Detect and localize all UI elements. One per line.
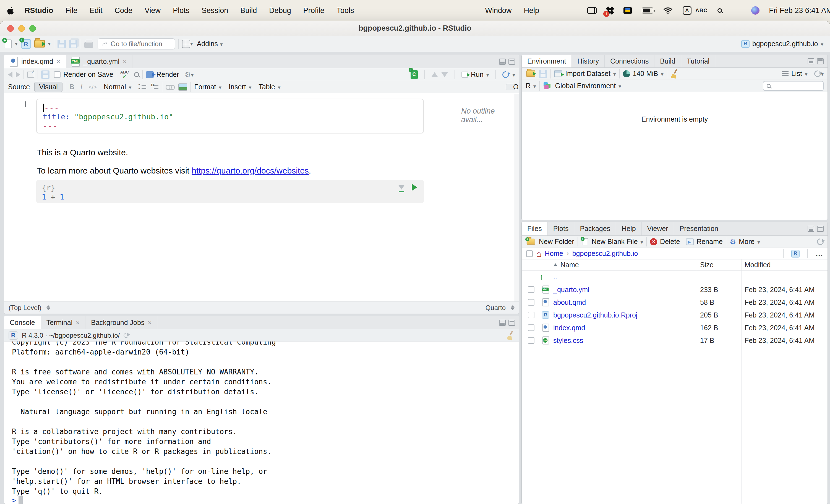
- dropbox-icon[interactable]: 1: [607, 7, 613, 14]
- menu-help[interactable]: Help: [524, 6, 539, 15]
- delete-button[interactable]: × Delete: [650, 238, 680, 246]
- save-workspace-icon[interactable]: [539, 70, 547, 78]
- spotlight-icon[interactable]: [717, 8, 722, 13]
- close-tab-icon[interactable]: [123, 58, 127, 66]
- bold-button[interactable]: B: [69, 83, 74, 91]
- new-file-dropdown[interactable]: [15, 41, 18, 46]
- clear-environment-icon[interactable]: [670, 69, 679, 78]
- collapse-chevron-icon[interactable]: [25, 101, 26, 106]
- editor-scrollbar[interactable]: [514, 94, 519, 301]
- file-row[interactable]: YML _quarto.yml 233 B Feb 23, 2024, 6:41…: [522, 283, 828, 296]
- minimize-pane-icon[interactable]: [808, 58, 814, 64]
- menu-view[interactable]: View: [145, 6, 161, 15]
- open-file-button[interactable]: [34, 40, 45, 47]
- file-row[interactable]: css styles.css 17 B Feb 23, 2024, 6:41 A…: [522, 334, 828, 347]
- visual-mode-button[interactable]: Visual: [34, 82, 62, 92]
- bullet-list-icon[interactable]: [138, 84, 147, 90]
- r-code-chunk[interactable]: {r} 1 + 1: [36, 180, 424, 203]
- tab-terminal[interactable]: Terminal: [41, 316, 86, 329]
- session-restart-icon[interactable]: [123, 332, 130, 339]
- menu-edit[interactable]: Edit: [90, 6, 103, 15]
- load-workspace-icon[interactable]: [526, 70, 535, 77]
- rerun-caret[interactable]: [512, 71, 515, 78]
- control-center-icon[interactable]: [732, 6, 741, 14]
- menu-code[interactable]: Code: [115, 6, 133, 15]
- r-version-path[interactable]: R 4.3.0 · ~/bgpopescu2.github.io/: [22, 332, 120, 339]
- menu-rstudio[interactable]: RStudio: [25, 6, 53, 15]
- language-selector[interactable]: R: [525, 82, 536, 90]
- filetype-selector[interactable]: Quarto: [485, 304, 514, 312]
- menu-debug[interactable]: Debug: [269, 6, 291, 15]
- menubar-clock[interactable]: Fri Feb 23 6:41 AM: [769, 6, 830, 15]
- menu-tools[interactable]: Tools: [337, 6, 354, 15]
- battery-icon[interactable]: [642, 7, 653, 13]
- menu-window[interactable]: Window: [485, 6, 511, 15]
- insert-menu[interactable]: Insert: [229, 83, 251, 91]
- file-link[interactable]: index.qmd: [553, 324, 585, 332]
- menu-file[interactable]: File: [65, 6, 77, 15]
- quarto-docs-link[interactable]: https://quarto.org/docs/websites: [192, 166, 309, 175]
- print-button[interactable]: [84, 42, 93, 48]
- source-mode-button[interactable]: Source: [8, 83, 30, 91]
- open-recent-dropdown[interactable]: [48, 41, 51, 46]
- breadcrumb-home-link[interactable]: Home: [545, 249, 563, 258]
- minimize-pane-icon[interactable]: [499, 59, 506, 65]
- tab-build[interactable]: Build: [655, 55, 681, 67]
- file-link[interactable]: about.qmd: [553, 298, 586, 306]
- refresh-files-icon[interactable]: [816, 237, 825, 246]
- file-checkbox[interactable]: [528, 299, 535, 306]
- image-icon[interactable]: [178, 83, 187, 91]
- format-menu[interactable]: Format: [194, 83, 221, 91]
- open-in-new-window-icon[interactable]: [27, 72, 34, 78]
- file-link[interactable]: ..: [553, 273, 557, 281]
- tab-index-qmd[interactable]: index.qmd: [4, 55, 66, 68]
- file-checkbox[interactable]: [528, 337, 535, 344]
- import-dataset-button[interactable]: Import Dataset: [554, 70, 616, 78]
- render-settings-caret[interactable]: [191, 71, 194, 78]
- link-icon[interactable]: [166, 85, 174, 89]
- close-tab-icon[interactable]: [76, 318, 79, 327]
- forward-icon[interactable]: [16, 72, 20, 78]
- memory-usage-button[interactable]: 140 MiB: [623, 70, 664, 78]
- display-icon[interactable]: [587, 7, 597, 14]
- render-on-save-checkbox[interactable]: [54, 71, 61, 78]
- file-checkbox[interactable]: [528, 325, 535, 331]
- environment-search-box[interactable]: [763, 81, 824, 91]
- close-tab-icon[interactable]: [56, 58, 60, 66]
- new-folder-button[interactable]: + New Folder: [525, 238, 574, 246]
- rename-button[interactable]: Rename: [686, 238, 723, 246]
- maximize-pane-icon[interactable]: [817, 58, 824, 64]
- scope-selector[interactable]: (Top Level): [8, 304, 50, 312]
- run-chunk-icon[interactable]: [412, 184, 417, 191]
- siri-icon[interactable]: [751, 6, 760, 14]
- console-output-area[interactable]: Copyright (C) 2023 The R Foundation for …: [4, 341, 519, 504]
- code-button[interactable]: </>: [89, 84, 97, 90]
- panes-layout-button[interactable]: [182, 40, 190, 48]
- visual-editor-canvas[interactable]: --- title: "bgpopescu2.github.io" --- Th…: [4, 94, 519, 301]
- run-next-chunks-icon[interactable]: [441, 72, 448, 77]
- outline-toggle-button[interactable]: Outline: [506, 84, 515, 90]
- tab-help[interactable]: Help: [616, 222, 641, 235]
- tab-connections[interactable]: Connections: [605, 55, 655, 67]
- maximize-pane-icon[interactable]: [508, 59, 515, 65]
- column-header-size[interactable]: Size: [700, 261, 713, 269]
- run-previous-chunks-icon[interactable]: [431, 72, 438, 77]
- menu-profile[interactable]: Profile: [303, 6, 325, 15]
- file-link[interactable]: _quarto.yml: [553, 286, 589, 294]
- back-icon[interactable]: [8, 72, 12, 78]
- wifi-icon[interactable]: [663, 7, 673, 14]
- tab-quarto-yml[interactable]: YML _quarto.yml: [66, 55, 132, 68]
- minimize-pane-icon[interactable]: [808, 226, 814, 232]
- tab-packages[interactable]: Packages: [574, 222, 616, 235]
- file-row[interactable]: about.qmd 58 B Feb 23, 2024, 6:41 AM: [522, 296, 828, 309]
- table-menu[interactable]: Table: [258, 83, 280, 91]
- minimize-pane-icon[interactable]: [499, 320, 506, 326]
- file-checkbox[interactable]: [528, 312, 535, 318]
- apple-logo-icon[interactable]: [7, 6, 15, 14]
- tab-tutorial[interactable]: Tutorial: [681, 55, 715, 67]
- italic-button[interactable]: I: [81, 83, 83, 91]
- addins-menu[interactable]: Addins: [197, 40, 223, 48]
- project-selector[interactable]: R bgpopescu2.github.io: [741, 40, 826, 48]
- yaml-metadata-block[interactable]: --- title: "bgpopescu2.github.io" ---: [36, 99, 424, 133]
- file-row-up[interactable]: ↑ ..: [522, 270, 828, 283]
